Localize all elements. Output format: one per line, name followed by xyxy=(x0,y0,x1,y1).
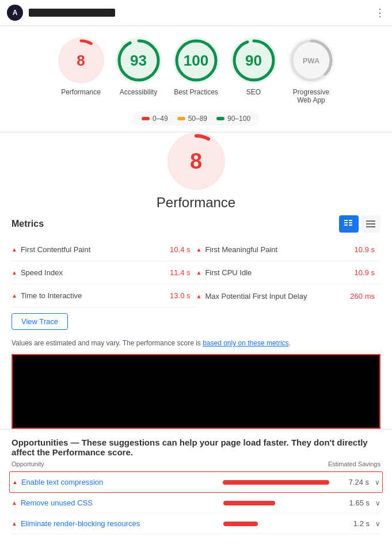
svg-rect-13 xyxy=(344,222,348,223)
metrics-header: Metrics xyxy=(12,215,380,233)
legend-mid: 50–89 xyxy=(177,115,207,123)
app-logo: A xyxy=(7,5,23,21)
metric-row-tti: ▲ Time to Interactive 13.0 s xyxy=(12,284,196,307)
svg-rect-19 xyxy=(366,223,375,225)
opp-bar-2 xyxy=(223,501,338,505)
opp-warning-icon-3: ▲ xyxy=(12,520,17,527)
opp-bar-3 xyxy=(223,522,338,526)
legend-mid-label: 50–89 xyxy=(188,115,207,123)
opp-savings-2: 1.65 s xyxy=(342,499,370,507)
opp-bar-fill-3 xyxy=(223,522,258,526)
performance-label: Performance xyxy=(61,88,101,96)
view-trace-button[interactable]: View Trace xyxy=(12,313,68,330)
opp-chevron-1[interactable]: ∨ xyxy=(375,478,380,486)
legend-high: 90–100 xyxy=(216,115,250,123)
fcp-warning-icon: ▲ xyxy=(12,246,17,253)
legend-dot-low xyxy=(142,117,150,120)
performance-score: 8 xyxy=(77,52,85,70)
svg-rect-15 xyxy=(349,220,352,221)
svg-rect-17 xyxy=(349,225,352,226)
seo-circle: 90 xyxy=(231,37,277,83)
seo-label: SEO xyxy=(246,88,261,96)
metric-row-fmp: ▲ First Meaningful Paint 10.9 s xyxy=(196,238,381,261)
performance-section: 8 Performance Metrics xyxy=(0,132,392,429)
svg-rect-18 xyxy=(366,220,375,222)
legend-high-label: 90–100 xyxy=(227,115,250,123)
fmp-value: 10.9 s xyxy=(355,245,380,254)
col-opportunity: Opportunity xyxy=(12,461,44,467)
legend-low-label: 0–49 xyxy=(153,115,168,123)
toggle-list-button[interactable] xyxy=(361,215,380,233)
si-name: Speed Index xyxy=(21,268,166,277)
pwa-label: Progressive Web App xyxy=(288,88,334,104)
opportunities-table-header: Opportunity Estimated Savings xyxy=(12,458,380,471)
col-savings: Estimated Savings xyxy=(328,461,380,467)
mpfid-value: 260 ms xyxy=(350,292,380,300)
opp-row-unused-css[interactable]: ▲ Remove unused CSS 1.65 s ∨ xyxy=(12,493,380,513)
perf-note-link[interactable]: based only on these metrics xyxy=(203,339,288,347)
svg-rect-20 xyxy=(366,226,375,227)
mpfid-warning-icon: ▲ xyxy=(196,293,202,299)
scores-section: 8 Performance 93 Accessibility 1 xyxy=(0,26,392,132)
opp-chevron-3[interactable]: ∨ xyxy=(375,520,380,528)
metric-row-si: ▲ Speed Index 11.4 s xyxy=(12,261,196,284)
perf-note-before: Values are estimated and may vary. The p… xyxy=(12,339,203,347)
score-card-pwa[interactable]: PWA Progressive Web App xyxy=(288,37,334,104)
si-warning-icon: ▲ xyxy=(12,269,17,276)
pwa-score: PWA xyxy=(303,56,320,65)
tti-name: Time to Interactive xyxy=(21,291,166,300)
opp-savings-3: 1.2 s xyxy=(342,519,370,528)
metric-row-fcp: ▲ First Contentful Paint 10.4 s xyxy=(12,238,196,261)
fmp-name: First Meaningful Paint xyxy=(205,245,351,254)
best-practices-score: 100 xyxy=(184,52,208,70)
score-card-seo[interactable]: 90 SEO xyxy=(231,37,277,104)
metric-row-mpfid: ▲ Max Potential First Input Delay 260 ms xyxy=(196,284,381,307)
header: A ⋮ xyxy=(0,0,392,26)
score-card-accessibility[interactable]: 93 Accessibility xyxy=(116,37,162,104)
fcp-value: 10.4 s xyxy=(170,245,196,254)
performance-circle: 8 xyxy=(58,37,104,83)
legend-low: 0–49 xyxy=(142,115,168,123)
opp-chevron-2[interactable]: ∨ xyxy=(375,499,380,507)
metrics-toggle xyxy=(339,215,380,233)
opp-name-3: Eliminate render-blocking resources xyxy=(21,519,220,528)
fci-warning-icon: ▲ xyxy=(196,269,202,276)
opp-bar-fill-1 xyxy=(223,480,329,485)
fmp-warning-icon: ▲ xyxy=(196,246,202,253)
opp-savings-1: 7.24 s xyxy=(341,478,369,486)
opp-name-1: Enable text compression xyxy=(21,478,219,486)
legend-dot-high xyxy=(216,117,224,120)
perf-note-after: . xyxy=(289,339,291,347)
performance-big-score: 8 Performance xyxy=(12,132,380,211)
opportunities-section: Opportunities — These suggestions can he… xyxy=(0,429,392,540)
menu-icon[interactable]: ⋮ xyxy=(375,6,385,19)
metrics-label: Metrics xyxy=(12,219,44,229)
pwa-circle: PWA xyxy=(288,37,334,83)
opp-row-text-compression[interactable]: ▲ Enable text compression 7.24 s ∨ xyxy=(9,471,383,493)
fci-name: First CPU Idle xyxy=(205,268,351,277)
accessibility-circle: 93 xyxy=(116,37,162,83)
tti-value: 13.0 s xyxy=(170,291,196,300)
svg-rect-16 xyxy=(349,222,352,223)
accessibility-label: Accessibility xyxy=(120,88,157,96)
seo-score: 90 xyxy=(245,52,262,70)
opp-row-render-blocking[interactable]: ▲ Eliminate render-blocking resources 1.… xyxy=(12,513,380,534)
best-practices-label: Best Practices xyxy=(174,88,218,96)
opp-bar-fill-2 xyxy=(223,501,275,505)
score-legend: 0–49 50–89 90–100 xyxy=(132,111,260,126)
performance-big-score-value: 8 xyxy=(190,149,202,174)
opportunities-header: Opportunities — These suggestions can he… xyxy=(12,438,380,457)
opp-bar-1 xyxy=(223,480,338,485)
score-card-best-practices[interactable]: 100 Best Practices xyxy=(173,37,219,104)
opp-warning-icon-1: ▲ xyxy=(12,479,18,485)
performance-chart xyxy=(12,354,380,429)
legend-dot-mid xyxy=(177,117,185,120)
accessibility-score: 93 xyxy=(130,52,147,70)
si-value: 11.4 s xyxy=(170,268,196,277)
fci-value: 10.9 s xyxy=(355,268,380,277)
score-card-performance[interactable]: 8 Performance xyxy=(58,37,104,104)
mpfid-name: Max Potential First Input Delay xyxy=(205,292,347,300)
toggle-grid-button[interactable] xyxy=(339,215,359,233)
opp-warning-icon-2: ▲ xyxy=(12,500,17,506)
best-practices-circle: 100 xyxy=(173,37,219,83)
